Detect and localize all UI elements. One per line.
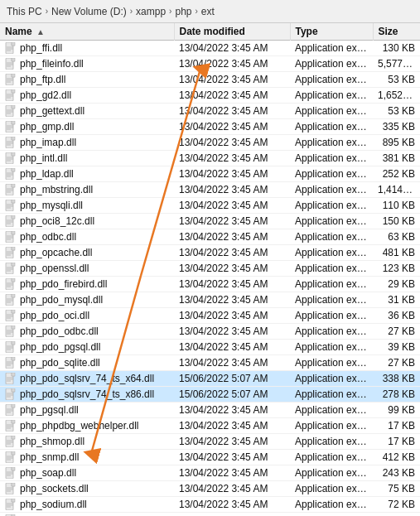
table-row[interactable]: php_pdo_sqlite.dll 13/04/2022 3:45 AMApp… [0, 355, 420, 371]
file-dll-icon [5, 42, 17, 54]
table-row[interactable]: php_oci8_12c.dll 13/04/2022 3:45 AMAppli… [0, 214, 420, 229]
breadcrumb-xampp[interactable]: xampp [136, 6, 166, 17]
table-row[interactable]: php_phpdbg_webhelper.dll 13/04/2022 3:45… [0, 418, 420, 434]
table-row[interactable]: php_pdo_firebird.dll 13/04/2022 3:45 AMA… [0, 277, 420, 292]
file-dll-icon [5, 152, 17, 164]
file-name: php_pdo_oci.dll [20, 310, 89, 321]
table-row[interactable]: php_gmp.dll 13/04/2022 3:45 AMApplicatio… [0, 119, 420, 135]
svg-rect-2 [12, 42, 15, 46]
file-dll-icon [5, 483, 17, 494]
table-row[interactable]: php_pdo_pgsql.dll 13/04/2022 3:45 AMAppl… [0, 340, 420, 355]
col-type[interactable]: Type [290, 23, 373, 41]
file-dll-icon [5, 451, 17, 463]
svg-rect-50 [12, 168, 15, 171]
table-row[interactable]: php_pdo_oci.dll 13/04/2022 3:45 AMApplic… [0, 308, 420, 324]
file-size: 63 KB [373, 229, 420, 245]
file-name-cell: php_ftp.dll [0, 72, 174, 88]
file-name-cell: php_pdo_sqlite.dll [0, 355, 174, 371]
svg-rect-164 [12, 467, 15, 470]
file-type: Application exten... [290, 324, 373, 340]
file-name-cell: php_gmp.dll [0, 119, 174, 135]
file-name: php_intl.dll [20, 152, 67, 164]
table-row[interactable]: php_imap.dll 13/04/2022 3:45 AMApplicati… [0, 135, 420, 151]
table-row[interactable]: php_mbstring.dll 13/04/2022 3:45 AMAppli… [0, 182, 420, 198]
table-row[interactable]: php_fileinfo.dll 13/04/2022 3:45 AMAppli… [0, 56, 420, 72]
file-type: Application exten... [290, 403, 373, 418]
table-row[interactable]: php_sockets.dll 13/04/2022 3:45 AMApplic… [0, 481, 420, 497]
svg-rect-110 [12, 326, 15, 329]
table-row[interactable]: php_mysqli.dll 13/04/2022 3:45 AMApplica… [0, 198, 420, 214]
file-size: 27 KB [373, 324, 420, 340]
file-size: 72 KB [373, 497, 420, 513]
col-size[interactable]: Size [373, 23, 420, 41]
table-row[interactable]: php_pdo_sqlsrv_74_ts_x64.dll 15/06/2022 … [0, 371, 420, 387]
file-size: 278 KB [373, 387, 420, 403]
table-row[interactable]: php_gettext.dll 13/04/2022 3:45 AMApplic… [0, 104, 420, 119]
file-modified: 13/04/2022 3:45 AM [174, 214, 290, 229]
file-dll-icon [5, 341, 17, 353]
file-name-cell: php_ffi.dll [0, 41, 174, 56]
file-size: 1,652 KB [373, 88, 420, 104]
breadcrumb-sep-4: › [195, 7, 197, 16]
file-size: 5,577 KB [373, 56, 420, 72]
col-modified[interactable]: Date modified [174, 23, 290, 41]
file-name-cell: php_imap.dll [0, 135, 174, 151]
file-name: php_snmp.dll [20, 451, 79, 463]
table-row[interactable]: php_pgsql.dll 13/04/2022 3:45 AMApplicat… [0, 403, 420, 418]
file-dll-icon [5, 373, 17, 384]
breadcrumb-php[interactable]: php [175, 6, 191, 17]
file-type: Application exten... [290, 340, 373, 355]
file-modified: 13/04/2022 3:45 AM [174, 418, 290, 434]
file-dll-icon [5, 388, 17, 400]
file-size: 381 KB [373, 151, 420, 166]
table-row[interactable]: php_pdo_sqlsrv_74_ts_x86.dll 15/06/2022 … [0, 387, 420, 403]
svg-rect-98 [12, 294, 15, 297]
file-name: php_mysqli.dll [20, 200, 83, 211]
file-type: Application exten... [290, 308, 373, 324]
table-row[interactable]: php_sodium.dll 13/04/2022 3:45 AMApplica… [0, 497, 420, 513]
breadcrumb-this-pc[interactable]: This PC [7, 6, 42, 17]
breadcrumb: This PC › New Volume (D:) › xampp › php … [0, 0, 420, 23]
file-modified: 13/04/2022 3:45 AM [174, 277, 290, 292]
svg-rect-32 [12, 121, 15, 124]
file-dll-icon [5, 105, 17, 117]
table-row[interactable]: php_ldap.dll 13/04/2022 3:45 AMApplicati… [0, 166, 420, 182]
breadcrumb-ext[interactable]: ext [201, 6, 215, 17]
file-name-cell: php_shmop.dll [0, 434, 174, 450]
file-name: php_fileinfo.dll [20, 58, 84, 70]
table-row[interactable]: php_sqlite3.dll 13/04/2022 3:45 AMApplic… [0, 513, 420, 517]
file-type: Application exten... [290, 261, 373, 277]
table-row[interactable]: php_odbc.dll 13/04/2022 3:45 AMApplicati… [0, 229, 420, 245]
table-row[interactable]: php_ftp.dll 13/04/2022 3:45 AMApplicatio… [0, 72, 420, 88]
file-type: Application exten... [290, 513, 373, 517]
table-row[interactable]: php_gd2.dll 13/04/2022 3:45 AMApplicatio… [0, 88, 420, 104]
file-type: Application exten... [290, 355, 373, 371]
table-row[interactable]: php_opcache.dll 13/04/2022 3:45 AMApplic… [0, 245, 420, 261]
file-type: Application exten... [290, 198, 373, 214]
table-row[interactable]: php_pdo_odbc.dll 13/04/2022 3:45 AMAppli… [0, 324, 420, 340]
file-size: 123 KB [373, 261, 420, 277]
file-type: Application exten... [290, 214, 373, 229]
file-name-cell: php_mbstring.dll [0, 182, 174, 198]
file-size: 335 KB [373, 119, 420, 135]
table-row[interactable]: php_snmp.dll 13/04/2022 3:45 AMApplicati… [0, 450, 420, 465]
col-name[interactable]: Name ▲ [0, 23, 174, 41]
table-row[interactable]: php_soap.dll 13/04/2022 3:45 AMApplicati… [0, 465, 420, 481]
file-name-cell: php_ldap.dll [0, 166, 174, 182]
file-name-cell: php_pdo_mysql.dll [0, 292, 174, 308]
table-row[interactable]: php_openssl.dll 13/04/2022 3:45 AMApplic… [0, 261, 420, 277]
table-row[interactable]: php_shmop.dll 13/04/2022 3:45 AMApplicat… [0, 434, 420, 450]
svg-rect-122 [12, 357, 15, 360]
file-modified: 13/04/2022 3:45 AM [174, 166, 290, 182]
table-row[interactable]: php_intl.dll 13/04/2022 3:45 AMApplicati… [0, 151, 420, 166]
file-type: Application exten... [290, 56, 373, 72]
file-size: 45 KB [373, 513, 420, 517]
breadcrumb-new-volume[interactable]: New Volume (D:) [51, 6, 127, 17]
file-name-cell: php_opcache.dll [0, 245, 174, 261]
file-modified: 13/04/2022 3:45 AM [174, 151, 290, 166]
table-row[interactable]: php_ffi.dll 13/04/2022 3:45 AMApplicatio… [0, 41, 420, 56]
table-row[interactable]: php_pdo_mysql.dll 13/04/2022 3:45 AMAppl… [0, 292, 420, 308]
svg-rect-134 [12, 388, 15, 392]
file-list: Name ▲ Date modified Type Size [0, 23, 420, 516]
file-type: Application exten... [290, 434, 373, 450]
